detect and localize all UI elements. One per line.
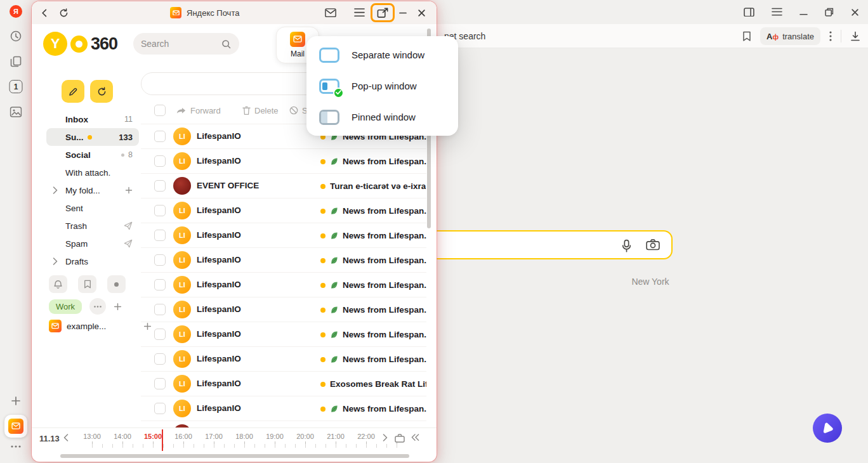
timeline-prev-icon[interactable] (63, 434, 69, 441)
location-label[interactable]: New York (603, 277, 698, 287)
email-row[interactable]: LI LifespanIO News from Lifespan. (141, 223, 426, 248)
refresh-button[interactable] (90, 80, 113, 103)
day-timeline: 11.13 13:0014:0015:0016:0017:0018:0019:0… (32, 427, 437, 452)
menu-item[interactable]: Separate window (306, 39, 458, 70)
delete-button[interactable]: Delete (242, 103, 279, 118)
menu-item[interactable]: Pinned window (306, 101, 458, 133)
folder-item[interactable]: Inbox 11 (46, 110, 139, 128)
mail-app-icon[interactable] (4, 415, 27, 438)
page-search-input[interactable] (412, 230, 673, 259)
bookmark-page-icon[interactable] (742, 31, 751, 41)
logo-360-text: 360 (91, 34, 117, 54)
folder-item[interactable]: Trash (46, 217, 139, 235)
alice-assistant-button[interactable] (813, 414, 842, 443)
folder-item[interactable]: Social 8 (46, 146, 139, 164)
folder-item[interactable]: Sent (46, 199, 139, 217)
mail-tab-label: Mail (291, 49, 305, 58)
horizontal-scrollbar[interactable] (60, 454, 409, 458)
email-checkbox[interactable] (154, 353, 166, 365)
account-row[interactable]: example... (49, 320, 152, 332)
email-row[interactable]: LI LifespanIO News from Lifespan. (141, 347, 426, 372)
email-checkbox[interactable] (154, 329, 166, 340)
dot-label-icon[interactable] (107, 275, 126, 293)
email-row[interactable]: LI LifespanIO News from Lifespan. (141, 248, 426, 273)
email-checkbox[interactable] (154, 279, 166, 290)
email-checkbox[interactable] (154, 155, 166, 167)
reload-icon[interactable] (56, 1, 71, 24)
timeline-hours: 13:0014:0015:0016:0017:0018:0019:0020:00… (77, 433, 381, 440)
yandex-logo-icon[interactable]: Я (10, 5, 22, 18)
more-icon[interactable] (11, 445, 21, 448)
folder-item[interactable]: With attach... (46, 164, 139, 181)
email-row[interactable] (141, 421, 426, 427)
popup-menu-icon[interactable] (352, 1, 366, 24)
email-checkbox[interactable] (154, 205, 166, 216)
restore-icon[interactable] (825, 8, 834, 16)
browser-menu-icon[interactable] (772, 8, 782, 16)
email-row[interactable]: LI LifespanIO Exosomes Break Rat Lif (141, 372, 426, 396)
popup-titlebar[interactable]: Яндекс Почта (32, 1, 437, 24)
downloads-icon[interactable] (850, 31, 860, 41)
folder-item[interactable]: Drafts (46, 252, 139, 270)
email-subject: News from Lifespan. (343, 231, 426, 240)
unread-dot (320, 258, 326, 263)
folder-item[interactable]: Su... 133 (46, 128, 139, 146)
add-tab-icon[interactable] (11, 396, 21, 406)
popup-title: Яндекс Почта (187, 8, 239, 18)
close-icon[interactable] (851, 8, 859, 16)
timeline-next-icon[interactable] (383, 434, 388, 441)
account-mail-icon (49, 320, 62, 332)
collapse-timeline-icon[interactable] (411, 434, 419, 441)
refresh-icon (96, 86, 107, 97)
email-checkbox[interactable] (154, 304, 166, 315)
email-row[interactable]: LI LifespanIO News from Lifespan. (141, 396, 426, 421)
add-folder-icon[interactable] (125, 186, 133, 194)
back-icon[interactable] (37, 1, 52, 24)
email-row[interactable]: LI LifespanIO News from Lifespan. (141, 199, 426, 223)
label-more-icon[interactable] (89, 298, 106, 315)
tab-counter[interactable]: 1 (10, 80, 23, 93)
image-search-icon[interactable] (646, 239, 660, 251)
calendar-case-icon[interactable] (395, 434, 405, 443)
add-label-icon[interactable] (114, 303, 122, 311)
work-label[interactable]: Work (49, 299, 82, 314)
window-mode-icon[interactable] (377, 7, 389, 18)
email-row[interactable]: LI LifespanIO News from Lifespan. (141, 297, 426, 322)
minimize-icon[interactable] (799, 8, 808, 16)
bell-icon[interactable] (49, 275, 67, 293)
timeline-hour: 20:00 (290, 433, 320, 440)
microphone-icon[interactable] (621, 239, 632, 252)
email-row[interactable]: LI LifespanIO News from Lifespan. (141, 273, 426, 297)
email-checkbox[interactable] (154, 254, 166, 266)
folder-item[interactable]: Spam (46, 235, 139, 252)
menu-item[interactable]: Pop-up window (306, 70, 458, 101)
popup-minimize-icon[interactable] (398, 1, 408, 24)
omnibox-menu-icon[interactable] (829, 31, 832, 41)
bookmark-icon[interactable] (78, 275, 96, 293)
email-checkbox[interactable] (154, 131, 166, 142)
tabs-stack-icon[interactable] (10, 56, 22, 67)
email-sender: LifespanIO (197, 280, 314, 289)
unread-dot (320, 283, 326, 288)
forward-button[interactable]: Forward (176, 103, 221, 118)
email-checkbox[interactable] (154, 230, 166, 241)
folder-item[interactable]: My fold... (46, 181, 139, 199)
popup-close-icon[interactable] (416, 1, 426, 24)
history-icon[interactable] (10, 30, 22, 42)
email-row[interactable]: EVENT OFFICE Turan e-ticarət və e-ixra (141, 174, 426, 199)
email-row[interactable]: LI LifespanIO News from Lifespan. (141, 322, 426, 347)
select-all-checkbox[interactable] (154, 105, 166, 116)
email-sender: LifespanIO (197, 403, 314, 413)
compose-button[interactable] (62, 80, 84, 103)
avatar: LI (173, 226, 191, 244)
spam-icon (289, 106, 298, 115)
email-checkbox[interactable] (154, 180, 166, 192)
gallery-icon[interactable] (10, 107, 22, 117)
email-checkbox[interactable] (154, 403, 166, 414)
email-row[interactable]: LI LifespanIO News from Lifespan. (141, 149, 426, 174)
translate-button[interactable]: Aф translate (760, 27, 820, 45)
side-panel-icon[interactable] (744, 8, 754, 17)
email-checkbox[interactable] (154, 378, 166, 389)
new-message-icon[interactable] (324, 1, 338, 24)
mail-search-input[interactable]: Search (133, 33, 239, 55)
